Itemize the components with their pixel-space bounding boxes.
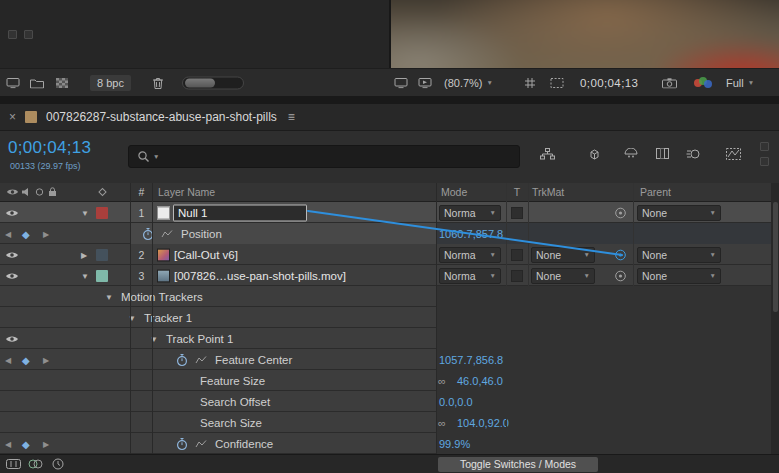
graph-editor-icon[interactable] [726, 148, 741, 160]
group-row-tracker-1[interactable]: ▼ Tracker 1 [0, 307, 771, 328]
draft-3d-icon[interactable] [588, 148, 601, 161]
grid-guides-icon[interactable] [524, 77, 536, 89]
solo-column-icon[interactable] [35, 188, 44, 197]
property-name[interactable]: Search Size [200, 417, 262, 429]
property-value[interactable]: 46.0,46.0 [457, 375, 503, 387]
video-column-eye-icon[interactable] [6, 188, 19, 197]
graph-toggle-icon[interactable] [195, 439, 207, 449]
property-row-confidence[interactable]: ◀ ◆ ▶ Confidence 99.9% [0, 433, 771, 454]
column-parent[interactable]: Parent [640, 186, 671, 198]
audio-column-speaker-icon[interactable] [21, 188, 31, 197]
property-name[interactable]: Feature Center [215, 354, 292, 366]
graph-toggle-icon[interactable] [195, 355, 207, 365]
column-number[interactable]: # [130, 186, 153, 198]
next-keyframe-icon[interactable]: ▶ [43, 229, 49, 238]
property-row-position[interactable]: ◀ ◆ ▶ Position 1060.7,857.8 [0, 223, 771, 244]
parent-dropdown[interactable]: None ▼ [637, 268, 721, 284]
resolution-dropdown[interactable]: Full ▼ [726, 77, 754, 89]
expander-icon[interactable]: ▼ [81, 271, 89, 280]
parent-pickwhip-icon-active[interactable] [614, 248, 627, 261]
eye-icon[interactable] [5, 271, 19, 280]
parent-pickwhip-icon[interactable] [614, 206, 627, 219]
trkmat-dropdown[interactable]: None ▼ [531, 247, 595, 263]
lock-column-icon[interactable] [48, 187, 57, 197]
property-name[interactable]: Confidence [215, 438, 273, 450]
bit-depth-button[interactable]: 8 bpc [90, 75, 131, 91]
in-out-duration-pane-icon[interactable] [52, 458, 64, 470]
layer-name[interactable]: [Call-Out v6] [174, 249, 238, 261]
trkmat-dropdown[interactable]: None ▼ [531, 268, 595, 284]
property-row-feature-size[interactable]: Feature Size ∞ 46.0,46.0 [0, 370, 771, 391]
composition-viewer[interactable] [391, 0, 779, 68]
thumbnail-slider[interactable] [182, 76, 244, 89]
viewer-timecode[interactable]: 0;00;04;13 [580, 77, 638, 89]
group-row-motion-trackers[interactable]: ▼ Motion Trackers [0, 286, 771, 307]
property-name[interactable]: Feature Size [200, 375, 265, 387]
expander-icon[interactable]: ▼ [81, 208, 89, 217]
group-name[interactable]: Track Point 1 [166, 333, 233, 345]
comp-tab-title[interactable]: 007826287-substance-abuse-pan-shot-pills [46, 110, 277, 124]
property-row-search-offset[interactable]: Search Offset 0.0,0.0 [0, 391, 771, 412]
preserve-transparency-toggle[interactable] [511, 270, 523, 282]
property-value[interactable]: 1060.7,857.8 [439, 228, 503, 240]
panel-menu-icon[interactable]: ≡ [288, 110, 295, 124]
property-value[interactable]: 1057.7,856.8 [439, 354, 503, 366]
keyframe-diamond-icon[interactable]: ◆ [22, 228, 30, 239]
parent-pickwhip-icon[interactable] [614, 269, 627, 282]
layer-row-footage[interactable]: ▼ 3 [007826…use-pan-shot-pills.mov] Norm… [0, 265, 771, 286]
layer-switches-pane-icon[interactable] [6, 459, 21, 469]
preview-monitor-icon[interactable] [394, 77, 408, 88]
keyframe-diamond-icon[interactable]: ◆ [22, 354, 30, 365]
link-icon[interactable]: ∞ [438, 417, 446, 429]
layer-row-call-out[interactable]: ▶ 2 [Call-Out v6] Norma ▼ None ▼ None ▼ [0, 244, 771, 265]
prev-keyframe-icon[interactable]: ◀ [5, 439, 11, 448]
search-input[interactable]: ▼ [128, 145, 520, 168]
next-keyframe-icon[interactable]: ▶ [43, 355, 49, 364]
eye-icon[interactable] [5, 334, 19, 343]
current-timecode[interactable]: 0;00;04;13 [8, 138, 91, 158]
prev-keyframe-icon[interactable]: ◀ [5, 355, 11, 364]
close-icon[interactable]: × [9, 110, 16, 124]
column-mode[interactable]: Mode [441, 186, 467, 198]
show-channel-icon[interactable] [694, 77, 712, 89]
label-color-swatch[interactable] [96, 207, 108, 219]
main-viewer-icon[interactable] [418, 77, 432, 88]
column-layer-name[interactable]: Layer Name [158, 186, 215, 198]
property-row-search-size[interactable]: Search Size ∞ 104.0,92.0 [0, 412, 771, 433]
property-name[interactable]: Search Offset [200, 396, 270, 408]
stopwatch-icon[interactable] [176, 437, 188, 450]
label-column-icon[interactable] [97, 187, 108, 198]
eye-icon[interactable] [5, 250, 19, 259]
preserve-transparency-toggle[interactable] [511, 249, 523, 261]
column-trkmat[interactable]: TrkMat [532, 186, 564, 198]
mode-dropdown[interactable]: Norma ▼ [439, 268, 501, 284]
panel-mini-icon[interactable] [8, 30, 17, 39]
expander-icon[interactable]: ▼ [105, 292, 113, 301]
property-row-feature-center[interactable]: ◀ ◆ ▶ Feature Center 1057.7,856.8 [0, 349, 771, 370]
folder-icon[interactable] [30, 77, 44, 88]
panel-mini-icon[interactable] [760, 142, 769, 151]
mini-flowchart-icon[interactable] [540, 148, 555, 160]
graph-toggle-icon[interactable] [161, 229, 173, 239]
keyframe-diamond-icon[interactable]: ◆ [22, 438, 30, 449]
property-value[interactable]: 104.0,92.0 [457, 417, 509, 429]
eye-icon[interactable] [5, 208, 19, 217]
group-row-track-point-1[interactable]: ▼ Track Point 1 [0, 328, 771, 349]
checkerboard-icon[interactable] [56, 78, 68, 88]
property-value[interactable]: 99.9% [439, 438, 470, 450]
parent-dropdown[interactable]: None ▼ [637, 247, 721, 263]
preserve-transparency-toggle[interactable] [511, 207, 523, 219]
property-value[interactable]: 0.0,0.0 [439, 396, 473, 408]
snapshot-camera-icon[interactable] [662, 77, 677, 88]
scrollbar-thumb[interactable] [773, 202, 778, 312]
mode-dropdown[interactable]: Norma ▼ [439, 247, 501, 263]
expander-icon[interactable]: ▶ [81, 250, 87, 259]
magnification-dropdown[interactable]: (80.7%) ▼ [444, 77, 493, 89]
parent-dropdown[interactable]: None ▼ [637, 205, 721, 221]
toggle-switches-modes-button[interactable]: Toggle Switches / Modes [438, 457, 598, 472]
layer-name-edit-field[interactable]: Null 1 [173, 204, 307, 221]
property-name[interactable]: Position [181, 228, 222, 240]
label-color-swatch[interactable] [96, 249, 108, 261]
group-name[interactable]: Motion Trackers [121, 291, 203, 303]
layer-row-null-1[interactable]: ▼ 1 Null 1 Norma ▼ None ▼ [0, 202, 771, 223]
